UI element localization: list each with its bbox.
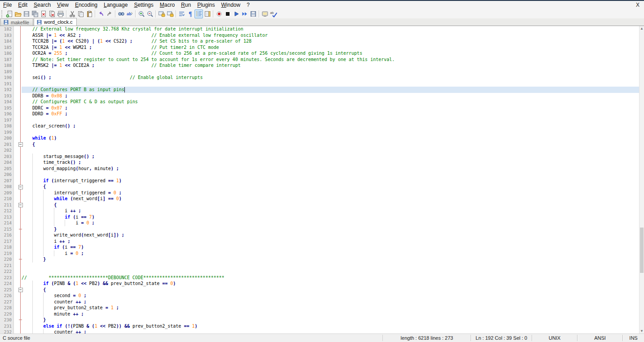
code-line-text[interactable]: interrupt_triggered = 0 ; [22,190,640,196]
line-number[interactable]: 194 [0,99,14,105]
close-window-button[interactable]: X [634,2,641,8]
code-line-text[interactable]: else if (!(PINB & (1 << PB2)) && prev_bu… [22,323,640,329]
line-number[interactable]: 216 [0,232,14,238]
code-line-text[interactable] [22,81,640,87]
code-line-text[interactable] [22,69,640,75]
line-number[interactable]: 229 [0,311,14,317]
code-line-text[interactable]: OCR2A = 255 ; // Count to 256 at a pre-s… [22,50,640,57]
close-file-icon[interactable] [39,9,48,18]
code-line-text[interactable]: TCCR2A |= 1 << WGM21 ; // Put timer2 in … [22,44,640,51]
code-line-text[interactable]: if (PINB & (1 << PB2) && prev_button2_st… [22,281,640,287]
line-number[interactable]: 190 [0,75,14,81]
line-number[interactable]: 225 [0,287,14,293]
line-number[interactable]: 209 [0,190,14,196]
zoom-out-icon[interactable] [146,9,154,18]
code-line-text[interactable]: } [22,317,640,323]
copy-icon[interactable] [76,9,85,18]
line-number[interactable]: 189 [0,69,14,75]
menu-item-view[interactable]: View [54,2,72,9]
code-line-text[interactable]: i ++ ; [22,208,640,214]
code-line-text[interactable] [22,268,640,275]
fold-collapse-icon[interactable] [18,288,23,292]
code-line-text[interactable]: { [22,184,640,190]
macro-record-icon[interactable] [215,9,223,18]
code-line-text[interactable]: i = 0 ; [22,250,640,257]
line-number[interactable]: 204 [0,159,14,166]
code-line-text[interactable]: } [22,256,640,263]
code-line-text[interactable]: second = 0 ; [22,293,640,299]
line-number[interactable]: 214 [0,220,14,226]
fold-collapse-icon[interactable] [18,203,23,207]
line-number[interactable]: 185 [0,44,14,51]
code-line-text[interactable]: time_track() ; [22,159,640,166]
code-line-text[interactable]: i ++ ; [22,238,640,245]
code-line-text[interactable]: while (next_word[i] == 0) [22,196,640,202]
line-number[interactable]: 208 [0,184,14,190]
line-number[interactable]: 196 [0,111,14,117]
code-line-text[interactable]: { [22,141,640,148]
sync-vertical-scroll-icon[interactable] [157,9,166,18]
status-eol-format[interactable]: UNIX [532,335,577,341]
code-line-text[interactable]: { [22,202,640,208]
code-line-text[interactable]: clear_screen() ; [22,123,640,129]
line-number[interactable]: 206 [0,171,14,178]
line-number[interactable]: 212 [0,208,14,214]
line-number[interactable]: 217 [0,238,14,245]
macro-run-multiple-icon[interactable] [240,9,249,18]
line-number[interactable]: 199 [0,129,14,136]
code-line-text[interactable]: ASSR |= 1 << AS2 ; // Enable external lo… [22,32,640,39]
fold-collapse-icon[interactable] [18,185,23,189]
line-number[interactable]: 215 [0,226,14,232]
cut-icon[interactable] [68,9,76,18]
code-line-text[interactable]: sei() ; // Enable global interrupts [22,75,640,81]
menu-item-settings[interactable]: Settings [131,2,156,9]
line-number[interactable]: 213 [0,214,14,220]
code-line-text[interactable]: { [22,287,640,293]
line-number[interactable]: 221 [0,263,14,269]
line-number[interactable]: 184 [0,38,14,44]
tab-makefile[interactable]: makefile [0,18,33,26]
code-line-text[interactable]: while (1) [22,135,640,141]
menu-item-encoding[interactable]: Encoding [72,2,101,9]
spell-check-icon[interactable]: ab [269,9,278,18]
print-icon[interactable] [56,9,65,18]
code-line-text[interactable]: startup_message() ; [22,153,640,160]
undo-icon[interactable] [97,9,105,18]
menu-item-[interactable]: ? [243,2,253,9]
scrollbar-thumb[interactable] [640,228,644,273]
save-all-icon[interactable] [31,9,39,18]
code-line-text[interactable]: // Configures PORT C & D as output pins [22,99,640,105]
status-insert-mode[interactable]: INS [623,335,644,341]
line-number[interactable]: 227 [0,299,14,305]
code-line-text[interactable]: TCCR2B |= (1 << CS20) | (1 << CS22) ; //… [22,38,640,44]
line-number[interactable]: 228 [0,305,14,311]
line-number[interactable]: 186 [0,50,14,57]
menu-item-plugins[interactable]: Plugins [194,2,218,9]
code-line-text[interactable]: DDRD = 0xFF ; [22,111,640,117]
open-file-icon[interactable] [13,9,22,18]
line-number[interactable]: 201 [0,141,14,148]
line-number[interactable]: 230 [0,317,14,323]
code-line-text[interactable]: DDRC = 0x07 ; [22,105,640,111]
current-code-line-text[interactable]: // Configures PORT B as input pins [22,87,640,93]
fold-collapse-icon[interactable] [18,142,23,147]
line-number[interactable]: 202 [0,147,14,153]
code-line-text[interactable]: if (interrupt_triggered == 1) [22,178,640,184]
sync-horizontal-scroll-icon[interactable] [166,9,174,18]
line-number[interactable]: 226 [0,293,14,299]
line-number[interactable]: 211 [0,202,14,208]
line-number[interactable]: 200 [0,135,14,141]
line-number[interactable]: 193 [0,93,14,99]
document-map-icon[interactable] [203,9,212,18]
code-line-text[interactable]: // **********************DEBOUNCE CODE**… [22,275,640,281]
replace-icon[interactable]: ab [125,9,134,18]
line-number[interactable]: 219 [0,250,14,257]
menu-item-search[interactable]: Search [31,2,54,9]
new-file-icon[interactable] [5,9,13,18]
paste-icon[interactable] [85,9,93,18]
line-number[interactable]: 191 [0,81,14,87]
line-number[interactable]: 183 [0,32,14,39]
macro-save-icon[interactable] [249,9,257,18]
line-number[interactable]: 231 [0,323,14,329]
code-line-text[interactable]: } [22,226,640,232]
